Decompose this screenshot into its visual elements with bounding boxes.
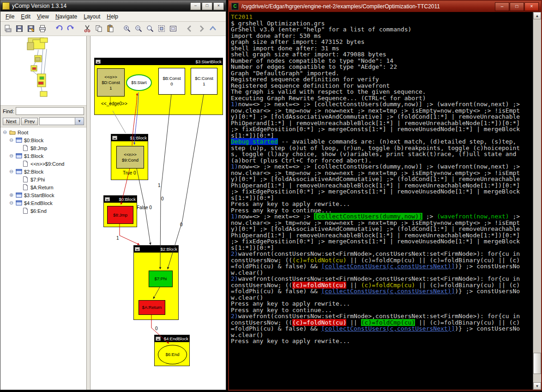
tree-item-8-jmp[interactable]: $8:Jmp [0, 144, 86, 152]
graph-node-7-phi[interactable]: $7:Phi [149, 271, 173, 287]
cut-button[interactable] [82, 23, 93, 34]
terminal-line: Press any key to apply rewrite... [231, 338, 520, 344]
maximize-button[interactable]: □ [202, 2, 212, 10]
graph-node-6-end[interactable]: $6:End [158, 345, 187, 364]
scrollbar-thumb[interactable] [533, 353, 541, 374]
edge-label: 0 [161, 196, 164, 201]
terminal-output[interactable]: TC2011$ grshell Optimization.grsGrShell … [229, 12, 533, 390]
graph-node-5-start[interactable]: $5:Start [126, 74, 152, 91]
tree-item-3-startblock[interactable]: ⊕$3:StartBlock [0, 191, 86, 199]
splitter[interactable] [87, 36, 90, 390]
overview-map-graphic [14, 37, 66, 103]
block-minimize-button[interactable] [112, 136, 117, 140]
graph-node-9-cond[interactable]: <<n>>$9:Cond [116, 146, 144, 169]
terminal-line: Graph "DefaultGraph" imported. [231, 70, 520, 77]
menu-edit[interactable]: Edit [18, 12, 34, 21]
save-as-button[interactable] [25, 23, 36, 34]
terminal-minimize-button[interactable]: – [495, 2, 509, 11]
collapse-handle-icon[interactable]: ⊖ [2, 130, 7, 135]
graph-node-c-const[interactable]: $C:Const1 [191, 68, 217, 95]
close-button[interactable]: × [213, 2, 224, 10]
menu-view[interactable]: View [34, 12, 52, 21]
block-minimize-button[interactable] [156, 337, 161, 341]
ycomp-app-icon [2, 2, 10, 10]
menu-layout[interactable]: Layout [80, 12, 103, 21]
collapse-handle-icon[interactable]: ⊖ [9, 200, 14, 205]
combobox-field[interactable] [39, 117, 75, 125]
back-button[interactable] [184, 23, 195, 34]
save-button[interactable] [14, 23, 25, 34]
graph-block-4-endblock[interactable]: $4:EndBlock$6:End [154, 335, 190, 366]
collapse-handle-icon[interactable]: ⊖ [9, 138, 14, 143]
minimize-button[interactable]: – [190, 2, 201, 10]
tree-item-1-block[interactable]: ⊖$1:Block [0, 152, 86, 160]
scroll-up-icon[interactable]: ▲ [533, 12, 541, 19]
tree-item-label: $1:Block [24, 153, 43, 159]
block-minimize-button[interactable] [135, 247, 140, 251]
graph-block-2-block[interactable]: $2:Block$7:Phi$A:Return [133, 245, 179, 320]
find-combobox[interactable]: ▼ [39, 117, 84, 125]
graph-block-0-block[interactable]: $0:Block$8:Jmp [103, 195, 137, 227]
zoom-out-button[interactable] [133, 23, 144, 34]
terminal-line: $ grshell Optimization.grs [231, 20, 520, 27]
forward-button[interactable] [196, 23, 207, 34]
graph-node-b-const[interactable]: $B:Const0 [158, 68, 185, 95]
terminal-maximize-button[interactable]: □ [510, 2, 524, 11]
tree-item-0-block[interactable]: ⊖$0:Block [0, 136, 86, 144]
terminal-line: Registered sequence definition for wavef… [231, 83, 520, 89]
up-button[interactable] [207, 23, 218, 34]
terminal-close-button[interactable]: × [524, 2, 539, 11]
redo-button[interactable] [65, 23, 76, 34]
combobox-dropdown-icon[interactable]: ▼ [75, 117, 84, 125]
tree-item-n-9-cond[interactable]: <<n>>$9:Cond [0, 160, 86, 168]
tree-item-4-endblock[interactable]: ⊖$4:EndBlock [0, 199, 86, 207]
tree-item-root[interactable]: ⊖Root [0, 128, 86, 136]
export-button[interactable] [2, 23, 13, 34]
graph-canvas[interactable]: $3:StartBlock<<o>>$D:Const1$5:Start$B:Co… [90, 36, 226, 390]
expand-handle-icon[interactable]: ⊕ [9, 193, 14, 198]
tree-item-6-end[interactable]: $6:End [0, 207, 86, 215]
overview-minimap[interactable] [0, 36, 86, 106]
menu-navigate[interactable]: Navigate [52, 12, 80, 21]
terminal-scrollbar[interactable]: ▲ ▼ [533, 12, 541, 390]
ycomp-titlebar[interactable]: yComp Version 1.3.14 – □ × [0, 0, 226, 12]
scroll-down-icon[interactable]: ▼ [533, 382, 541, 390]
block-icon [16, 137, 22, 143]
block-minimize-button[interactable] [96, 60, 101, 64]
graph-node-d-const[interactable]: <<o>>$D:Const1 [97, 68, 125, 96]
tree-item-label: $0:Block [24, 138, 43, 143]
terminal-window: C /cygdrive/c/Edgar/hgrgen/engine-net-2/… [228, 0, 542, 391]
zoom-fit-button[interactable] [168, 23, 179, 34]
graph-node-8-jmp[interactable]: $8:Jmp [107, 206, 133, 224]
collapse-handle-icon[interactable]: ⊖ [9, 153, 14, 158]
tree-item-7-phi[interactable]: $7:Phi [0, 175, 86, 183]
forward-icon [197, 24, 205, 33]
zoom-region-button[interactable] [156, 23, 167, 34]
collapse-handle-icon[interactable]: ⊖ [9, 169, 14, 174]
menu-help[interactable]: Help [103, 12, 121, 21]
terminal-line: Press any key to continue... [231, 207, 520, 214]
block-icon [16, 200, 22, 206]
zoom-out-icon [134, 24, 143, 33]
tree-item-a-return[interactable]: $A:Return [0, 183, 86, 191]
zoom-actual-button[interactable] [145, 23, 156, 34]
edge-label: 0 [180, 222, 183, 227]
copy-button[interactable] [93, 23, 104, 34]
find-next-button[interactable]: Next [3, 118, 20, 125]
terminal-titlebar[interactable]: C /cygdrive/c/Edgar/hgrgen/engine-net-2/… [229, 1, 541, 12]
graph-block-3-startblock[interactable]: $3:StartBlock<<o>>$D:Const1$5:Start$B:Co… [94, 58, 223, 115]
scrollbar-track[interactable] [533, 19, 541, 382]
graph-node-a-return[interactable]: $A:Return [139, 300, 165, 315]
zoom-actual-icon [146, 24, 154, 33]
print-button[interactable] [37, 23, 48, 34]
paste-button[interactable] [105, 23, 116, 34]
zoom-in-button[interactable] [121, 23, 132, 34]
find-prev-button[interactable]: Prev [21, 118, 38, 125]
undo-button[interactable] [54, 23, 65, 34]
block-minimize-button[interactable] [105, 197, 110, 201]
menu-file[interactable]: File [2, 12, 18, 21]
copy-icon [95, 24, 103, 33]
find-input[interactable] [16, 107, 84, 115]
tree-item-2-block[interactable]: ⊖$2:Block [0, 168, 86, 175]
zoom-in-icon [123, 24, 131, 33]
